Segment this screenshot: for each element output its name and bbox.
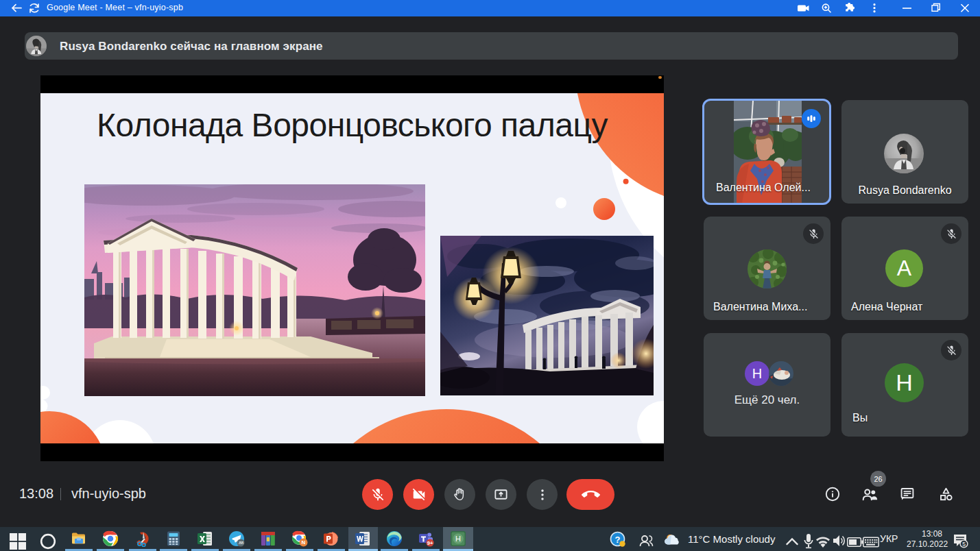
svg-text:9+: 9+ — [427, 540, 433, 546]
svg-text:H: H — [455, 535, 461, 543]
svg-text:?: ? — [615, 535, 621, 545]
svg-text:.88: .88 — [238, 541, 244, 545]
svg-text:5: 5 — [962, 541, 966, 548]
svg-text:N: N — [302, 539, 306, 546]
